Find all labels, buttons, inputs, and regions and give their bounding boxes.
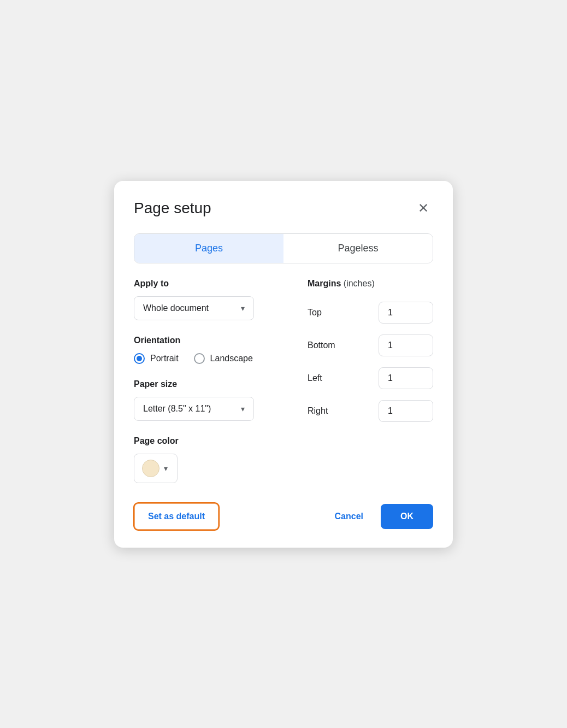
right-section: Margins (inches) Top Bottom Left Right bbox=[308, 279, 433, 483]
apply-to-dropdown[interactable]: Whole document ▾ bbox=[134, 296, 254, 320]
margin-top-label: Top bbox=[308, 308, 340, 318]
margin-right-input[interactable] bbox=[379, 400, 433, 422]
paper-size-label: Paper size bbox=[134, 379, 286, 389]
landscape-option[interactable]: Landscape bbox=[194, 353, 253, 364]
left-section: Apply to Whole document ▾ Orientation Po… bbox=[134, 279, 308, 483]
chevron-down-icon: ▾ bbox=[164, 464, 168, 473]
landscape-radio[interactable] bbox=[194, 353, 205, 364]
portrait-option[interactable]: Portrait bbox=[134, 353, 179, 364]
chevron-down-icon: ▾ bbox=[241, 404, 245, 413]
margins-unit: (inches) bbox=[344, 279, 375, 288]
ok-button[interactable]: OK bbox=[381, 504, 433, 529]
page-color-label: Page color bbox=[134, 436, 286, 446]
portrait-radio[interactable] bbox=[134, 353, 145, 364]
footer-right: Cancel OK bbox=[322, 504, 433, 529]
paper-size-value: Letter (8.5" x 11") bbox=[143, 404, 211, 414]
apply-to-label: Apply to bbox=[134, 279, 286, 289]
color-swatch bbox=[142, 460, 160, 477]
margins-header: Margins (inches) bbox=[308, 279, 433, 289]
portrait-radio-inner bbox=[137, 356, 142, 361]
page-setup-dialog: Page setup ✕ Pages Pageless Apply to Who… bbox=[114, 181, 453, 548]
orientation-radio-group: Portrait Landscape bbox=[134, 353, 286, 364]
dialog-header: Page setup ✕ bbox=[134, 198, 433, 218]
tab-pages[interactable]: Pages bbox=[134, 234, 284, 263]
portrait-label: Portrait bbox=[150, 354, 179, 363]
orientation-label: Orientation bbox=[134, 336, 286, 345]
tab-pageless[interactable]: Pageless bbox=[284, 234, 433, 263]
set-default-button[interactable]: Set as default bbox=[134, 503, 219, 530]
margin-top-input[interactable] bbox=[379, 302, 433, 324]
margin-left-input[interactable] bbox=[379, 367, 433, 389]
tabs-container: Pages Pageless bbox=[134, 233, 433, 263]
footer: Set as default Cancel OK bbox=[134, 503, 433, 530]
page-color-picker[interactable]: ▾ bbox=[134, 454, 178, 483]
close-icon: ✕ bbox=[418, 201, 429, 216]
apply-to-value: Whole document bbox=[143, 303, 209, 313]
paper-size-dropdown[interactable]: Letter (8.5" x 11") ▾ bbox=[134, 397, 254, 421]
margin-row-right: Right bbox=[308, 400, 433, 422]
margin-left-label: Left bbox=[308, 373, 340, 383]
margin-bottom-label: Bottom bbox=[308, 340, 340, 350]
dialog-title: Page setup bbox=[134, 199, 211, 217]
margins-label: Margins bbox=[308, 279, 341, 288]
cancel-button[interactable]: Cancel bbox=[322, 504, 376, 529]
close-button[interactable]: ✕ bbox=[414, 198, 433, 218]
margin-row-bottom: Bottom bbox=[308, 334, 433, 356]
chevron-down-icon: ▾ bbox=[241, 304, 245, 313]
content-area: Apply to Whole document ▾ Orientation Po… bbox=[134, 279, 433, 483]
margin-right-label: Right bbox=[308, 406, 340, 416]
margin-row-top: Top bbox=[308, 302, 433, 324]
margin-row-left: Left bbox=[308, 367, 433, 389]
landscape-label: Landscape bbox=[210, 354, 253, 363]
margin-bottom-input[interactable] bbox=[379, 334, 433, 356]
